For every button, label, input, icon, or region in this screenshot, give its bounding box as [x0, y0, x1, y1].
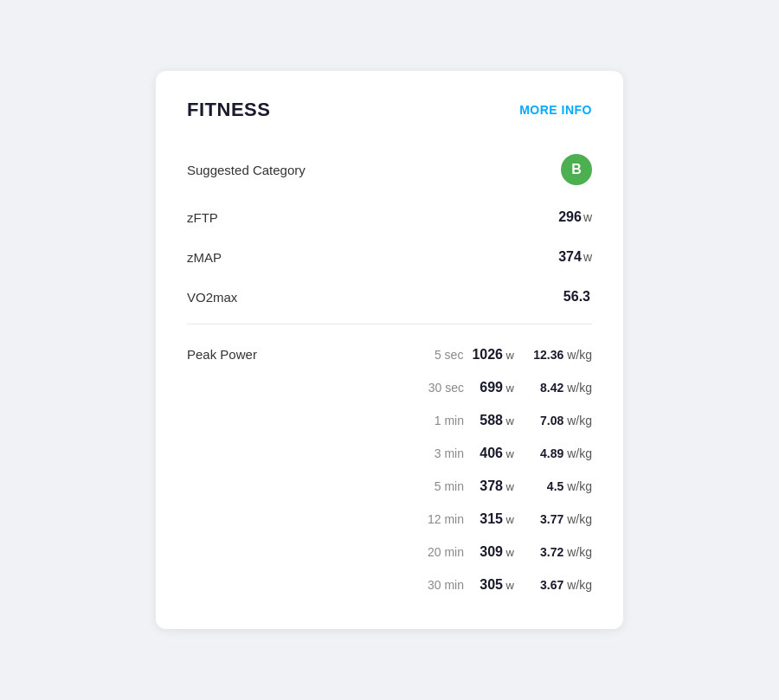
peak-wkg-12min: 3.77 w/kg: [523, 512, 592, 526]
peak-row-1min: 1 min 588 w 7.08 w/kg: [291, 404, 592, 437]
peak-watts-unit-0: w: [503, 349, 514, 362]
zmap-value: 374 w: [558, 249, 592, 265]
peak-wkg-20min: 3.72 w/kg: [523, 545, 592, 559]
more-info-link[interactable]: MORE INFO: [519, 103, 592, 117]
peak-row-20min: 20 min 309 w 3.72 w/kg: [291, 536, 592, 568]
peak-row-12min: 12 min 315 w 3.77 w/kg: [291, 503, 592, 536]
peak-time-3min: 3 min: [425, 446, 464, 460]
vo2max-row: VO2max 56.3: [187, 277, 592, 317]
vo2max-label: VO2max: [187, 290, 237, 305]
peak-row-5min: 5 min 378 w 4.5 w/kg: [291, 470, 592, 503]
peak-watts-30min: 305 w: [473, 577, 514, 593]
vo2max-value: 56.3: [563, 289, 592, 305]
peak-power-section: Peak Power 5 sec 1026 w 12.36 w/kg 30 se…: [187, 338, 592, 601]
zmap-row: zMAP 374 w: [187, 237, 592, 277]
peak-time-5sec: 5 sec: [424, 348, 463, 362]
peak-time-30min: 30 min: [425, 578, 464, 592]
peak-watts-1min: 588 w: [473, 413, 514, 428]
zftp-label: zFTP: [187, 210, 218, 225]
suggested-category-label: Suggested Category: [187, 163, 306, 177]
peak-power-rows: 5 sec 1026 w 12.36 w/kg 30 sec 699 w 8.4…: [291, 338, 592, 601]
category-badge: B: [561, 154, 592, 185]
card-title: FITNESS: [187, 99, 270, 121]
peak-watts-5sec: 1026 w: [472, 347, 514, 363]
vo2max-number: 56.3: [563, 289, 590, 305]
peak-power-label: Peak Power: [187, 347, 257, 362]
peak-wkg-3min: 4.89 w/kg: [523, 446, 592, 460]
peak-watts-20min: 309 w: [473, 544, 514, 560]
peak-watts-unit-5: w: [503, 513, 514, 526]
fitness-card: FITNESS MORE INFO Suggested Category B z…: [156, 71, 623, 629]
zmap-unit: w: [583, 250, 592, 264]
peak-watts-3min: 406 w: [473, 446, 514, 461]
peak-watts-unit-3: w: [503, 447, 514, 460]
peak-time-1min: 1 min: [425, 414, 464, 427]
peak-wkg-30sec: 8.42 w/kg: [523, 381, 592, 395]
card-header: FITNESS MORE INFO: [187, 99, 592, 121]
zmap-label: zMAP: [187, 250, 222, 265]
peak-row-30sec: 30 sec 699 w 8.42 w/kg: [291, 371, 592, 404]
zftp-row: zFTP 296 w: [187, 197, 592, 237]
peak-time-12min: 12 min: [425, 512, 464, 526]
peak-watts-unit-7: w: [503, 579, 514, 592]
peak-power-label-col: Peak Power: [187, 338, 291, 601]
zftp-unit: w: [583, 210, 592, 224]
peak-wkg-30min: 3.67 w/kg: [523, 578, 592, 592]
peak-watts-unit-2: w: [503, 414, 514, 427]
peak-watts-5min: 378 w: [473, 478, 514, 494]
zftp-value: 296 w: [558, 209, 592, 225]
suggested-category-row: Suggested Category B: [187, 142, 592, 197]
peak-row-30min: 30 min 305 w 3.67 w/kg: [291, 568, 592, 601]
zftp-number: 296: [558, 209, 582, 225]
peak-watts-30sec: 699 w: [473, 380, 514, 395]
peak-wkg-5min: 4.5 w/kg: [523, 479, 592, 493]
peak-row-3min: 3 min 406 w 4.89 w/kg: [291, 437, 592, 470]
peak-time-30sec: 30 sec: [425, 381, 464, 395]
peak-wkg-5sec: 12.36 w/kg: [523, 348, 592, 362]
peak-watts-unit-4: w: [503, 480, 514, 493]
zmap-number: 374: [558, 249, 582, 265]
peak-watts-unit-6: w: [503, 546, 514, 559]
section-divider: [187, 324, 592, 324]
peak-time-20min: 20 min: [425, 545, 464, 559]
peak-watts-unit-1: w: [503, 382, 514, 395]
peak-row-5sec: 5 sec 1026 w 12.36 w/kg: [291, 338, 592, 371]
peak-wkg-1min: 7.08 w/kg: [523, 414, 592, 427]
peak-time-5min: 5 min: [425, 479, 464, 493]
peak-watts-12min: 315 w: [473, 511, 514, 527]
